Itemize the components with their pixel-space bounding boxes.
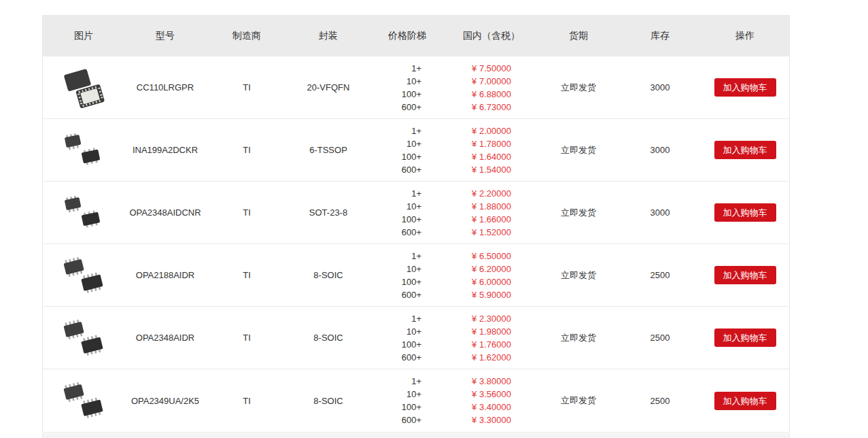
price-tier: 600+	[393, 414, 421, 426]
price-value: ¥ 1.76000	[472, 338, 511, 351]
part-number[interactable]: OPA2348AIDR	[124, 333, 206, 343]
add-to-cart-button[interactable]: 加入购物车	[714, 392, 776, 410]
tssop-chip-photo[interactable]	[62, 130, 105, 171]
price-value: ¥ 3.40000	[472, 401, 511, 414]
action-cell: 加入购物车	[701, 78, 789, 97]
price-value: ¥ 6.00000	[472, 275, 511, 288]
price-tier-cell: 1+ 10+ 100+ 600+	[369, 124, 445, 176]
part-number[interactable]: INA199A2DCKR	[124, 145, 206, 155]
action-cell: 加入购物车	[701, 203, 789, 222]
price-value: ¥ 1.88000	[472, 200, 511, 213]
table-header-row: 图片 型号 制造商 封装 价格阶梯 国内（含税） 货期 库存 操作	[43, 15, 789, 56]
price-list: ¥ 2.20000 ¥ 1.88000 ¥ 1.66000 ¥ 1.52000	[472, 187, 511, 239]
sot23-chip-photo[interactable]	[62, 192, 105, 233]
package: 20-VFQFN	[288, 82, 369, 92]
column-header-part-number: 型号	[124, 30, 206, 42]
price-tier-cell: 1+ 10+ 100+ 600+	[369, 375, 445, 426]
price-tier-list: 1+ 10+ 100+ 600+	[393, 187, 421, 239]
price-cell: ¥ 6.50000 ¥ 6.20000 ¥ 6.00000 ¥ 5.90000	[445, 250, 538, 301]
price-value: ¥ 6.50000	[472, 250, 511, 263]
price-tier: 600+	[393, 288, 421, 301]
lead-time: 立即发货	[538, 144, 619, 156]
price-tier: 10+	[393, 325, 421, 338]
product-image-cell	[43, 255, 124, 296]
price-tier: 1+	[393, 375, 421, 388]
column-header-lead-time: 货期	[538, 30, 619, 42]
price-tier: 10+	[393, 137, 421, 150]
manufacturer: TI	[206, 270, 288, 280]
action-cell: 加入购物车	[701, 392, 789, 410]
package: 8-SOIC	[288, 396, 369, 406]
price-tier-list: 1+ 10+ 100+ 600+	[393, 62, 421, 114]
column-header-price: 国内（含税）	[445, 30, 538, 42]
price-tier: 100+	[393, 338, 421, 351]
price-tier: 1+	[393, 250, 421, 263]
column-header-stock: 库存	[619, 30, 701, 42]
price-list: ¥ 2.00000 ¥ 1.78000 ¥ 1.64000 ¥ 1.54000	[472, 124, 511, 176]
add-to-cart-button[interactable]: 加入购物车	[714, 203, 776, 222]
price-value: ¥ 6.20000	[472, 263, 511, 275]
price-tier-list: 1+ 10+ 100+ 600+	[393, 375, 421, 426]
price-value: ¥ 1.66000	[472, 213, 511, 226]
price-list: ¥ 7.50000 ¥ 7.00000 ¥ 6.88000 ¥ 6.73000	[472, 62, 511, 114]
price-value: ¥ 7.50000	[472, 62, 511, 75]
lead-time: 立即发货	[538, 207, 619, 219]
qfn-chip-photo[interactable]	[62, 67, 105, 108]
price-value: ¥ 1.54000	[472, 163, 511, 176]
price-value: ¥ 1.98000	[472, 325, 511, 338]
product-image-cell	[43, 130, 124, 171]
price-tier-cell: 1+ 10+ 100+ 600+	[369, 187, 445, 239]
price-tier-cell: 1+ 10+ 100+ 600+	[369, 250, 445, 301]
part-number[interactable]: OPA2349UA/2K5	[124, 396, 206, 406]
package: 6-TSSOP	[288, 145, 369, 155]
add-to-cart-button[interactable]: 加入购物车	[714, 266, 776, 284]
price-cell: ¥ 2.30000 ¥ 1.98000 ¥ 1.76000 ¥ 1.62000	[445, 312, 538, 364]
price-value: ¥ 7.00000	[472, 75, 511, 88]
price-tier-cell: 1+ 10+ 100+ 600+	[369, 62, 445, 114]
lead-time: 立即发货	[538, 82, 619, 94]
manufacturer: TI	[206, 396, 288, 406]
soic-chip-photo[interactable]	[62, 380, 105, 421]
product-image-cell	[43, 67, 124, 108]
price-value: ¥ 1.64000	[472, 150, 511, 163]
price-tier: 1+	[393, 124, 421, 137]
price-value: ¥ 1.78000	[472, 137, 511, 150]
price-tier: 1+	[393, 187, 421, 200]
column-header-package: 封装	[288, 30, 369, 42]
price-tier: 600+	[393, 226, 421, 239]
add-to-cart-button[interactable]: 加入购物车	[714, 78, 776, 97]
price-tier-list: 1+ 10+ 100+ 600+	[393, 124, 421, 176]
soic-chip-photo[interactable]	[62, 318, 105, 358]
part-number[interactable]: OPA2188AIDR	[124, 270, 206, 280]
price-list: ¥ 2.30000 ¥ 1.98000 ¥ 1.76000 ¥ 1.62000	[472, 312, 511, 364]
sot-chip-icon	[62, 192, 105, 233]
action-cell: 加入购物车	[701, 328, 789, 347]
add-to-cart-button[interactable]: 加入购物车	[714, 328, 776, 347]
price-list: ¥ 6.50000 ¥ 6.20000 ¥ 6.00000 ¥ 5.90000	[472, 250, 511, 301]
next-section-strip	[42, 433, 790, 438]
price-tier: 10+	[393, 263, 421, 275]
table-row: OPA2349UA/2K5 TI 8-SOIC 1+ 10+ 100+ 600+…	[43, 369, 789, 432]
price-cell: ¥ 7.50000 ¥ 7.00000 ¥ 6.88000 ¥ 6.73000	[445, 62, 538, 114]
add-to-cart-button[interactable]: 加入购物车	[714, 141, 776, 159]
product-image-cell	[43, 192, 124, 233]
price-cell: ¥ 2.20000 ¥ 1.88000 ¥ 1.66000 ¥ 1.52000	[445, 187, 538, 239]
price-value: ¥ 3.30000	[472, 414, 511, 426]
part-number[interactable]: OPA2348AIDCNR	[124, 207, 206, 218]
price-tier: 1+	[393, 62, 421, 75]
price-cell: ¥ 3.80000 ¥ 3.56000 ¥ 3.40000 ¥ 3.30000	[445, 375, 538, 426]
stock-quantity: 2500	[619, 270, 701, 280]
part-number[interactable]: CC110LRGPR	[124, 82, 206, 92]
manufacturer: TI	[206, 145, 288, 155]
stock-quantity: 3000	[619, 82, 701, 92]
price-value: ¥ 2.30000	[472, 312, 511, 325]
table-body: CC110LRGPR TI 20-VFQFN 1+ 10+ 100+ 600+ …	[43, 56, 789, 432]
price-tier: 100+	[393, 401, 421, 414]
soic-chip-icon	[62, 255, 105, 296]
price-tier: 10+	[393, 200, 421, 213]
price-tier: 100+	[393, 88, 421, 101]
price-value: ¥ 2.20000	[472, 187, 511, 200]
price-value: ¥ 6.73000	[472, 101, 511, 114]
manufacturer: TI	[206, 82, 288, 92]
soic-chip-photo[interactable]	[62, 255, 105, 296]
